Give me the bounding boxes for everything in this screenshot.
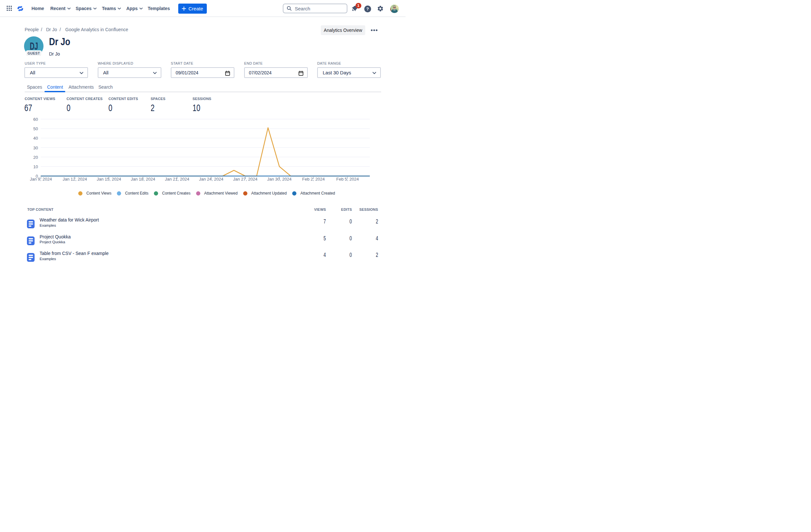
svg-text:20: 20 bbox=[33, 155, 38, 160]
svg-text:Feb 5, 2024: Feb 5, 2024 bbox=[336, 177, 359, 182]
svg-text:Jan 9, 2024: Jan 9, 2024 bbox=[30, 177, 52, 182]
svg-text:60: 60 bbox=[33, 117, 38, 122]
svg-text:Jan 21, 2024: Jan 21, 2024 bbox=[165, 177, 189, 182]
svg-text:Jan 30, 2024: Jan 30, 2024 bbox=[267, 177, 292, 182]
svg-text:Jan 12, 2024: Jan 12, 2024 bbox=[63, 177, 87, 182]
svg-text:Jan 18, 2024: Jan 18, 2024 bbox=[131, 177, 155, 182]
svg-text:Jan 27, 2024: Jan 27, 2024 bbox=[233, 177, 258, 182]
svg-text:50: 50 bbox=[33, 126, 38, 131]
svg-text:10: 10 bbox=[33, 164, 38, 169]
svg-text:Feb 2, 2024: Feb 2, 2024 bbox=[302, 177, 325, 182]
svg-text:Jan 15, 2024: Jan 15, 2024 bbox=[97, 177, 121, 182]
svg-text:30: 30 bbox=[33, 146, 38, 150]
svg-text:40: 40 bbox=[33, 136, 38, 141]
svg-text:Jan 24, 2024: Jan 24, 2024 bbox=[199, 177, 224, 182]
